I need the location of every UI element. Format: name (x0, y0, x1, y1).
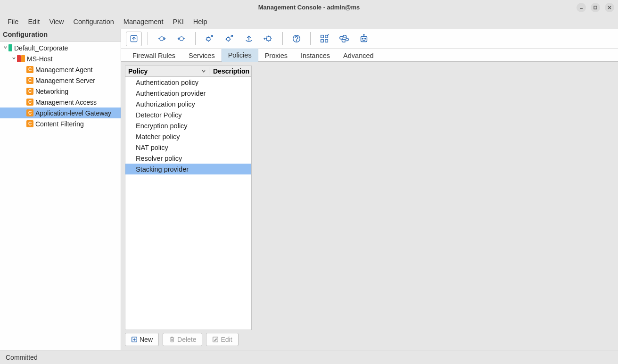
tree-child-mgmt-access[interactable]: C Management Access (0, 97, 121, 108)
statusbar: Committed (0, 350, 618, 364)
tree-child-app-level-gw[interactable]: C Application-level Gateway (0, 108, 121, 118)
close-button[interactable] (605, 3, 614, 12)
list-row[interactable]: Authentication policy (125, 77, 251, 88)
tree-child-label: Application-level Gateway (35, 109, 111, 117)
host-icon (17, 55, 25, 62)
toolbar-robot-button[interactable] (356, 32, 372, 46)
column-header-policy[interactable]: Policy (125, 67, 209, 75)
svg-point-12 (211, 35, 213, 37)
edit-button-label: Edit (221, 336, 232, 343)
list-row[interactable]: NAT policy (125, 142, 251, 153)
column-header-policy-label: Policy (128, 67, 148, 75)
column-header-description-label: Description (213, 67, 249, 75)
menu-file[interactable]: File (3, 16, 23, 27)
tree-child-mgmt-agent[interactable]: C Management Agent (0, 64, 121, 75)
chevron-down-icon[interactable] (2, 45, 8, 50)
tree-child-label: Management Agent (35, 66, 92, 74)
tab-proxies[interactable]: Proxies (258, 49, 294, 62)
tree-child-networking[interactable]: C Networking (0, 86, 121, 97)
toolbar-grid-button[interactable] (316, 32, 332, 46)
sidebar-header: Configuration (0, 29, 121, 41)
sidebar: Configuration Default_Corporate MS-Host (0, 29, 121, 350)
trash-icon (169, 336, 175, 343)
tree-child-label: Content Filtering (35, 120, 84, 128)
tab-instances[interactable]: Instances (294, 49, 337, 62)
menu-view[interactable]: View (44, 16, 68, 27)
component-icon: C (26, 77, 33, 84)
toolbar-separator (310, 32, 311, 45)
sort-descending-icon (201, 69, 206, 74)
toolbar-separator (148, 32, 148, 45)
tree-child-content-filtering[interactable]: C Content Filtering (0, 118, 121, 129)
pencil-icon (212, 336, 219, 343)
tree: Default_Corporate MS-Host C Management A… (0, 41, 121, 350)
window-controls (577, 3, 614, 12)
edit-button[interactable]: Edit (206, 333, 238, 346)
toolbar-revert-button[interactable] (173, 32, 190, 46)
tabbar: Firewall Rules Services Policies Proxies… (121, 49, 618, 62)
chevron-down-icon[interactable] (10, 56, 17, 61)
svg-point-24 (362, 38, 363, 39)
action-buttons: New Delete Edit (125, 333, 252, 346)
delete-button-label: Delete (177, 336, 196, 343)
maximize-button[interactable] (591, 3, 600, 12)
plus-icon (131, 336, 138, 343)
delete-button[interactable]: Delete (163, 333, 202, 346)
svg-point-5 (160, 37, 164, 41)
tree-host[interactable]: MS-Host (0, 53, 121, 64)
tree-child-label: Management Server (35, 77, 95, 84)
svg-point-25 (365, 38, 366, 39)
tab-firewall-rules[interactable]: Firewall Rules (126, 49, 182, 62)
svg-point-28 (363, 34, 364, 35)
menu-configuration[interactable]: Configuration (69, 16, 119, 27)
toolbar-gear-view-button[interactable] (201, 32, 217, 46)
content: Policy Description Authentication policy… (121, 62, 618, 350)
toolbar-gear-run-button[interactable] (261, 32, 277, 46)
component-icon: C (26, 66, 33, 73)
titlebar: Management Console - admin@ms (0, 0, 618, 15)
menu-pki[interactable]: PKI (168, 16, 188, 27)
toolbar-separator (282, 32, 283, 45)
list-row[interactable]: Stacking provider (125, 164, 251, 174)
new-button[interactable]: New (125, 333, 159, 346)
toolbar (121, 29, 618, 49)
tree-child-label: Networking (35, 88, 68, 95)
column-header-description[interactable]: Description (209, 67, 251, 75)
component-icon: C (26, 99, 33, 106)
list-header: Policy Description (125, 66, 252, 77)
toolbar-up-button[interactable] (126, 32, 142, 46)
menu-help[interactable]: Help (189, 16, 212, 27)
right-panel: Firewall Rules Services Policies Proxies… (121, 29, 618, 350)
new-button-label: New (140, 336, 153, 343)
tab-services[interactable]: Services (182, 49, 222, 62)
svg-point-15 (266, 36, 271, 41)
list-row[interactable]: Authorization policy (125, 99, 251, 109)
tree-root[interactable]: Default_Corporate (0, 42, 121, 53)
list-row[interactable]: Detector Policy (125, 109, 251, 120)
svg-point-13 (227, 37, 230, 41)
status-text: Committed (6, 354, 38, 361)
minimize-button[interactable] (577, 3, 586, 12)
tree-child-mgmt-server[interactable]: C Management Server (0, 75, 121, 86)
window-title: Management Console - admin@ms (258, 4, 360, 11)
component-icon: C (26, 109, 33, 116)
toolbar-commit-button[interactable] (154, 32, 170, 46)
list-row[interactable]: Encryption policy (125, 120, 251, 131)
toolbar-gear-sync-button[interactable] (221, 32, 237, 46)
site-icon (8, 44, 12, 51)
component-icon: C (26, 120, 33, 127)
svg-point-17 (296, 41, 297, 41)
policy-list-pane: Policy Description Authentication policy… (125, 66, 252, 346)
svg-point-8 (180, 37, 183, 41)
toolbar-upload-button[interactable] (241, 32, 257, 46)
menu-edit[interactable]: Edit (23, 16, 44, 27)
toolbar-python-button[interactable] (336, 32, 352, 46)
list-body: Authentication policy Authentication pro… (125, 77, 252, 330)
tab-advanced[interactable]: Advanced (337, 49, 380, 62)
tab-policies[interactable]: Policies (222, 49, 258, 62)
list-row[interactable]: Authentication provider (125, 88, 251, 99)
toolbar-help-button[interactable] (288, 32, 305, 46)
list-row[interactable]: Matcher policy (125, 131, 251, 142)
menu-management[interactable]: Management (119, 16, 168, 27)
list-row[interactable]: Resolver policy (125, 153, 251, 164)
